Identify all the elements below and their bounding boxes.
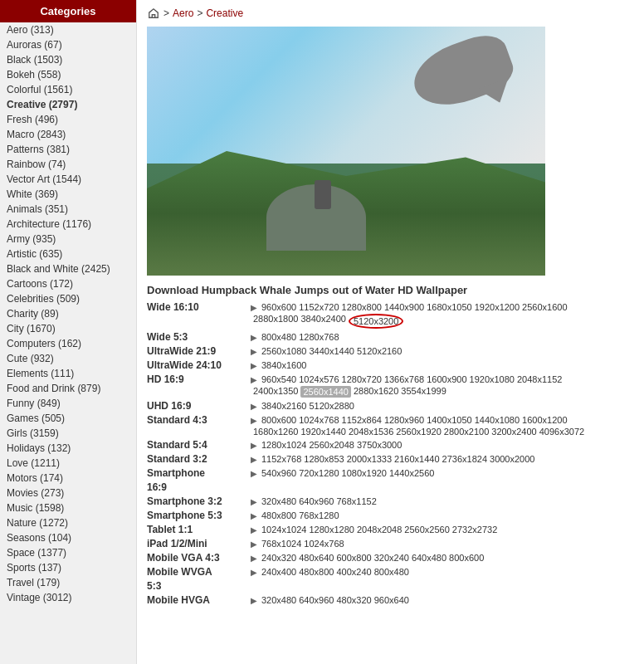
- resolution-link[interactable]: 1280x720: [342, 374, 382, 384]
- sidebar-item[interactable]: Architecture (1176): [0, 217, 136, 232]
- sidebar-item[interactable]: Animals (351): [0, 202, 136, 217]
- resolution-link[interactable]: 480x320: [336, 595, 371, 605]
- resolution-link[interactable]: 1280x960: [384, 415, 424, 425]
- sidebar-item[interactable]: Love (1211): [0, 456, 136, 471]
- sidebar-item[interactable]: Games (505): [0, 411, 136, 426]
- resolution-link[interactable]: 768x1024: [261, 539, 301, 549]
- sidebar-item[interactable]: Motors (174): [0, 471, 136, 486]
- sidebar-item[interactable]: Fresh (496): [0, 112, 136, 127]
- resolution-link[interactable]: 1024x768: [304, 539, 344, 549]
- sidebar-item[interactable]: Space (1377): [0, 545, 136, 560]
- resolution-link[interactable]: 600x800: [336, 553, 371, 563]
- resolution-link[interactable]: 2800x2100: [444, 427, 489, 437]
- resolution-link[interactable]: 768x1152: [336, 496, 376, 506]
- resolution-link[interactable]: 480x800: [299, 567, 334, 577]
- resolution-link[interactable]: 1600x1200: [522, 415, 567, 425]
- sidebar-item[interactable]: Food and Drink (879): [0, 381, 136, 396]
- sidebar-item[interactable]: Army (935): [0, 232, 136, 247]
- resolution-link[interactable]: 2560x1080: [261, 346, 306, 356]
- sidebar-item[interactable]: Cartoons (172): [0, 276, 136, 291]
- breadcrumb-aero[interactable]: Aero: [173, 7, 193, 19]
- sidebar-item[interactable]: Sports (137): [0, 560, 136, 575]
- sidebar-item[interactable]: Vector Art (1544): [0, 172, 136, 187]
- resolution-link[interactable]: 400x240: [336, 567, 371, 577]
- sidebar-item[interactable]: White (369): [0, 187, 136, 202]
- resolution-link[interactable]: 1152x864: [342, 415, 382, 425]
- sidebar-item[interactable]: Bokeh (558): [0, 67, 136, 82]
- sidebar-item[interactable]: Cute (932): [0, 351, 136, 366]
- sidebar-item[interactable]: Colorful (1561): [0, 82, 136, 97]
- resolution-link[interactable]: 1280x800: [342, 302, 382, 312]
- resolution-link[interactable]: 540x960: [261, 468, 296, 478]
- sidebar-item[interactable]: Creative (2797): [0, 97, 136, 112]
- resolution-link[interactable]: 1152x720: [299, 302, 339, 312]
- resolution-link[interactable]: 5120x2160: [357, 346, 402, 356]
- resolution-link[interactable]: 240x400: [261, 567, 296, 577]
- resolution-link[interactable]: 1024x1024: [261, 525, 306, 535]
- resolution-link[interactable]: 2048x1152: [517, 374, 562, 384]
- resolution-link[interactable]: 640x480: [412, 553, 446, 563]
- sidebar-item[interactable]: Girls (3159): [0, 426, 136, 441]
- sidebar-item[interactable]: City (1670): [0, 321, 136, 336]
- sidebar-item[interactable]: Charity (89): [0, 306, 136, 321]
- sidebar-item[interactable]: Seasons (104): [0, 530, 136, 545]
- resolution-link[interactable]: 1366x768: [384, 374, 424, 384]
- resolution-link[interactable]: 1280x1024: [261, 440, 306, 450]
- resolution-link[interactable]: 1440x2560: [389, 468, 434, 478]
- resolution-link[interactable]: 480x640: [299, 553, 334, 563]
- resolution-link[interactable]: 5120x3200: [349, 314, 403, 329]
- resolution-link[interactable]: 4096x3072: [539, 427, 584, 437]
- sidebar-item[interactable]: Holidays (132): [0, 441, 136, 456]
- resolution-link[interactable]: 640x960: [299, 595, 334, 605]
- resolution-link[interactable]: 2048x2048: [357, 525, 402, 535]
- resolution-link[interactable]: 320x240: [374, 553, 409, 563]
- resolution-link[interactable]: 240x320: [261, 553, 296, 563]
- resolution-link[interactable]: 2000x1333: [347, 454, 392, 464]
- sidebar-item[interactable]: Funny (849): [0, 396, 136, 411]
- resolution-link[interactable]: 2560x1600: [522, 302, 567, 312]
- resolution-link[interactable]: 3200x2400: [491, 427, 536, 437]
- resolution-link[interactable]: 2732x2732: [452, 525, 497, 535]
- sidebar-item[interactable]: Macro (2843): [0, 127, 136, 142]
- resolution-link[interactable]: 1440x900: [384, 302, 424, 312]
- sidebar-item[interactable]: Celebrities (509): [0, 291, 136, 306]
- resolution-link[interactable]: 2560x1920: [396, 427, 441, 437]
- resolution-link[interactable]: 320x480: [261, 496, 296, 506]
- sidebar-item[interactable]: Movies (273): [0, 486, 136, 500]
- resolution-link[interactable]: 1920x1440: [300, 427, 345, 437]
- resolution-link[interactable]: 1680x1050: [427, 302, 471, 312]
- sidebar-item[interactable]: Black and White (2425): [0, 261, 136, 276]
- resolution-link[interactable]: 1024x576: [299, 374, 339, 384]
- resolution-link[interactable]: 960x600: [261, 302, 296, 312]
- resolution-link[interactable]: 2560x1440: [300, 386, 350, 398]
- resolution-link[interactable]: 5120x2880: [309, 401, 354, 411]
- sidebar-item[interactable]: Computers (162): [0, 336, 136, 351]
- sidebar-item[interactable]: Rainbow (74): [0, 157, 136, 172]
- resolution-link[interactable]: 720x1280: [299, 468, 339, 478]
- resolution-link[interactable]: 3840x2160: [261, 401, 306, 411]
- resolution-link[interactable]: 1080x1920: [342, 468, 387, 478]
- sidebar-item[interactable]: Elements (111): [0, 366, 136, 381]
- sidebar-item[interactable]: Music (1598): [0, 500, 136, 515]
- resolution-link[interactable]: 1400x1050: [427, 415, 471, 425]
- resolution-link[interactable]: 480x800: [261, 510, 296, 520]
- resolution-link[interactable]: 800x600: [261, 415, 296, 425]
- sidebar-item[interactable]: Auroras (67): [0, 37, 136, 52]
- resolution-link[interactable]: 1920x1080: [470, 374, 515, 384]
- resolution-link[interactable]: 1600x900: [427, 374, 466, 384]
- resolution-link[interactable]: 3840x2400: [300, 314, 345, 329]
- resolution-link[interactable]: 3000x2000: [490, 454, 534, 464]
- wallpaper-image[interactable]: [147, 27, 545, 276]
- resolution-link[interactable]: 768x1280: [299, 510, 339, 520]
- sidebar-item[interactable]: Nature (1272): [0, 515, 136, 530]
- resolution-link[interactable]: 2048x1536: [349, 427, 393, 437]
- resolution-link[interactable]: 1280x853: [304, 454, 344, 464]
- sidebar-item[interactable]: Travel (179): [0, 575, 136, 590]
- resolution-link[interactable]: 2560x2560: [404, 525, 449, 535]
- resolution-link[interactable]: 3554x1999: [401, 386, 446, 398]
- resolution-link[interactable]: 1152x768: [261, 454, 301, 464]
- resolution-link[interactable]: 320x480: [261, 595, 296, 605]
- resolution-link[interactable]: 1680x1260: [253, 427, 298, 437]
- resolution-link[interactable]: 2400x1350: [253, 386, 298, 398]
- resolution-link[interactable]: 1280x1280: [309, 525, 354, 535]
